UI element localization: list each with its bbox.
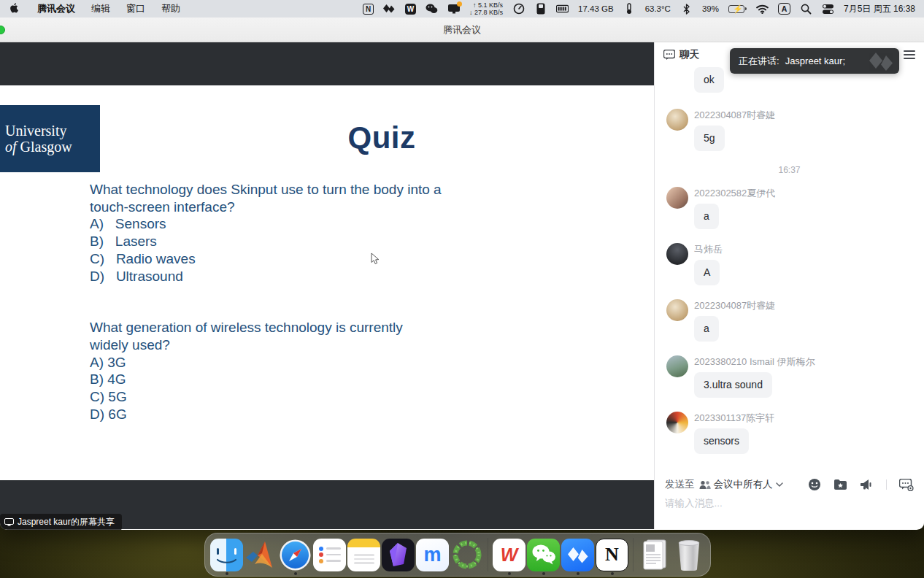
message-bubble: sensors xyxy=(694,428,749,454)
dock-wps-office-icon[interactable]: W xyxy=(492,533,526,576)
phone-menubar-icon[interactable] xyxy=(534,3,547,15)
q2-line: widely used? xyxy=(90,336,442,354)
chat-title: 聊天 xyxy=(679,48,699,61)
monitor-icon xyxy=(4,518,14,526)
dock-documents-icon[interactable] xyxy=(637,533,671,576)
message-bubble: a xyxy=(694,204,719,229)
audience-selector[interactable]: 会议中所有人 xyxy=(714,478,773,491)
emoji-icon[interactable] xyxy=(808,478,821,491)
memory-value: 17.43 GB xyxy=(578,4,614,13)
q2-option-a: A) 3G xyxy=(90,354,442,371)
control-center-icon[interactable] xyxy=(822,3,834,15)
notion-menubar-icon[interactable]: N xyxy=(363,4,374,15)
menu-edit[interactable]: 编辑 xyxy=(91,2,110,15)
dock-reminders-icon[interactable] xyxy=(312,533,347,576)
avatar xyxy=(666,355,688,377)
message-input[interactable] xyxy=(665,498,914,509)
bluetooth-icon[interactable] xyxy=(680,3,693,15)
dock-safari-icon[interactable] xyxy=(278,533,312,576)
message-bubble: 3.ultra sound xyxy=(694,372,772,398)
running-indicator xyxy=(577,572,580,575)
dock-trash-icon[interactable] xyxy=(671,533,706,576)
menu-help[interactable]: 帮助 xyxy=(161,2,180,15)
temperature-menubar-icon[interactable] xyxy=(623,3,636,15)
screen-share-area: University of Glasgow Quiz What technolo… xyxy=(0,42,654,529)
wps-menubar-icon[interactable]: W xyxy=(405,4,416,15)
meeting-logo-watermark xyxy=(869,51,895,74)
speaking-indicator-tooltip: 正在讲话: Jaspreet kaur; xyxy=(730,48,899,74)
dock-divider xyxy=(633,538,634,571)
dock-matlab-icon[interactable] xyxy=(244,533,278,576)
message-bubble: a xyxy=(694,316,719,342)
apple-logo-icon[interactable] xyxy=(9,3,21,15)
running-indicator xyxy=(611,572,614,575)
timestamp: 16:37 xyxy=(666,165,912,175)
running-indicator xyxy=(508,572,511,575)
wifi-icon[interactable] xyxy=(756,3,769,15)
folder-star-icon[interactable] xyxy=(833,479,847,490)
menu-window[interactable]: 窗口 xyxy=(126,2,145,15)
message-bubble: A xyxy=(694,260,720,285)
q2-option-b: B) 4G xyxy=(90,371,442,388)
chat-bubble-icon xyxy=(663,50,675,60)
chat-messages[interactable]: ok 2022304087时睿婕 5g 16:37 2022302582夏伊代 … xyxy=(655,64,924,471)
q1-option-d: D) Ultrasound xyxy=(90,268,442,285)
dock-divider xyxy=(488,538,488,571)
dock-notes-icon[interactable] xyxy=(347,533,381,576)
screen-share-label: Jaspreet kaur的屏幕共享 xyxy=(0,514,122,530)
megaphone-icon[interactable] xyxy=(860,479,874,490)
temperature-value: 63.3°C xyxy=(645,4,671,13)
chat-message: 2022304087时睿婕 a xyxy=(666,299,912,342)
chat-panel: 聊天 ok 2022304087时睿婕 5g 16:37 2022302582夏… xyxy=(654,42,924,529)
display-menubar-icon[interactable] xyxy=(447,3,460,15)
chat-message: 2023380210 Ismail 伊斯梅尔 3.ultra sound xyxy=(666,355,912,398)
q2-option-c: C) 5G xyxy=(90,388,442,406)
people-icon xyxy=(699,480,711,490)
dock-wechat-icon[interactable] xyxy=(526,533,561,576)
avatar xyxy=(666,299,688,321)
avatar xyxy=(666,109,688,131)
dock-finder-icon[interactable] xyxy=(209,533,244,576)
input-source-icon[interactable]: A xyxy=(778,3,790,15)
q2-option-d: D) 6G xyxy=(90,406,442,423)
speaker-name: Jaspreet kaur; xyxy=(785,55,845,66)
window-titlebar[interactable]: 腾讯会议 xyxy=(0,18,924,42)
menubar-datetime[interactable]: 7月5日 周五 16:38 xyxy=(844,3,915,15)
send-to-label: 发送至 xyxy=(665,478,695,491)
dock-notion-icon[interactable]: N xyxy=(595,533,629,576)
shared-slide: University of Glasgow Quiz What technolo… xyxy=(0,85,654,480)
network-speed[interactable]: ↑ 5.1 KB/s ↓ 27.8 KB/s xyxy=(469,1,503,16)
chat-message: 2022302582夏伊代 a xyxy=(666,187,912,229)
chat-menu-icon[interactable] xyxy=(904,48,915,61)
meeting-window: 腾讯会议 University of Glasgow Quiz What tec… xyxy=(0,18,924,530)
tencent-meeting-menubar-icon[interactable] xyxy=(383,3,396,15)
chat-settings-icon[interactable] xyxy=(899,479,914,491)
dock-green-ring-icon[interactable] xyxy=(450,533,484,576)
wechat-menubar-icon[interactable] xyxy=(426,3,438,15)
running-indicator xyxy=(294,572,297,575)
avatar xyxy=(666,412,688,434)
memory-menubar-icon[interactable] xyxy=(556,3,569,15)
avatar xyxy=(666,187,688,209)
q1-option-b: B) Lasers xyxy=(90,233,442,250)
divider xyxy=(886,479,887,490)
notification-dot xyxy=(457,1,462,7)
chat-footer: 发送至 会议中所有人 xyxy=(655,471,924,529)
gauge-menubar-icon[interactable] xyxy=(512,3,525,15)
dock-obsidian-icon[interactable] xyxy=(381,533,415,576)
dock-tencent-meeting-icon[interactable] xyxy=(561,533,595,576)
sender-name: 2022304087时睿婕 xyxy=(694,299,912,312)
chevron-down-icon[interactable] xyxy=(776,482,783,487)
sender-name: 马炜岳 xyxy=(694,243,912,256)
q1-option-c: C) Radio waves xyxy=(90,250,442,268)
quiz-questions: What technology does Skinput use to turn… xyxy=(90,181,442,423)
menu-app-name[interactable]: 腾讯会议 xyxy=(37,2,75,15)
q1-line: touch-screen interface? xyxy=(90,199,442,216)
logo-line2: of Glasgow xyxy=(5,139,100,155)
q2-line: What generation of wireless technology i… xyxy=(90,319,442,336)
battery-icon[interactable]: ⚡ xyxy=(728,5,747,13)
battery-percent: 39% xyxy=(702,4,719,13)
traffic-light-green[interactable] xyxy=(0,26,5,34)
dock-mita-icon[interactable]: m xyxy=(415,533,450,576)
search-icon[interactable] xyxy=(800,3,812,15)
